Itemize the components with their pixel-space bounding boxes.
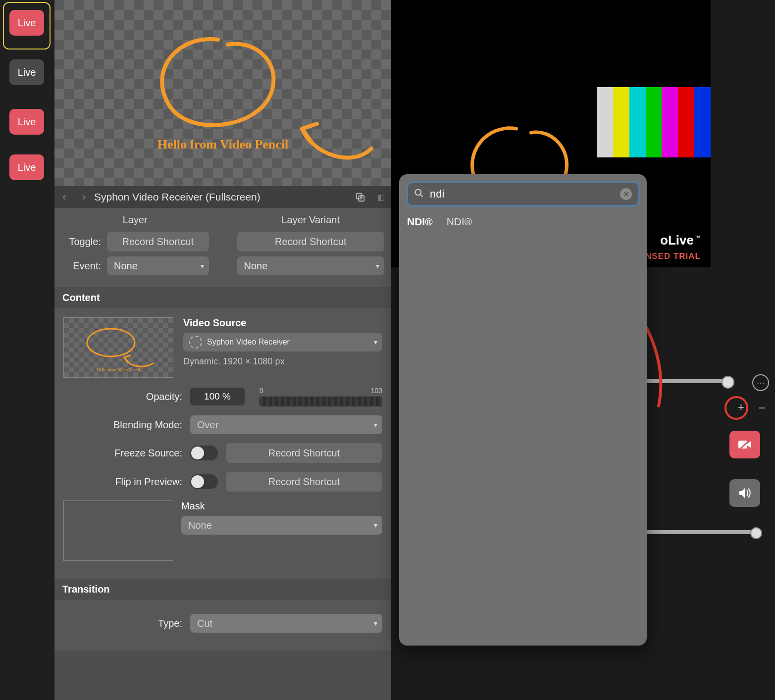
event-dropdown[interactable]: None▾ bbox=[107, 256, 209, 275]
clear-icon[interactable]: ✕ bbox=[620, 188, 632, 200]
layer-preview: Hello from Video Pencil bbox=[54, 0, 391, 186]
svg-text:Hello from Video Pencil: Hello from Video Pencil bbox=[97, 367, 141, 372]
mask-label: Mask bbox=[181, 500, 382, 512]
color-bars bbox=[597, 87, 711, 157]
live-button-1[interactable]: Live bbox=[9, 10, 44, 36]
search-result-1[interactable]: NDI® bbox=[407, 216, 433, 228]
source-icon bbox=[189, 336, 202, 349]
toggle-shortcut-button[interactable]: Record Shortcut bbox=[107, 232, 209, 251]
triggers-body: Layer Toggle: Record Shortcut Event: Non… bbox=[54, 207, 391, 287]
video-source-label: Video Source bbox=[183, 317, 382, 329]
live-button-2[interactable]: Live bbox=[9, 59, 44, 85]
live-label: Live bbox=[18, 67, 36, 78]
chevron-down-icon: ▾ bbox=[374, 421, 377, 429]
mask-thumbnail[interactable] bbox=[63, 500, 173, 561]
chevron-down-icon: ▾ bbox=[376, 262, 379, 270]
layer-header: Layer bbox=[61, 214, 209, 226]
remove-source-button[interactable]: – bbox=[759, 401, 765, 414]
live-sidebar: Live Live Live Live bbox=[0, 0, 53, 700]
variant-event-dropdown[interactable]: None▾ bbox=[237, 256, 385, 275]
inspector-panel: Hello from Video Pencil ‹ › Syphon Video… bbox=[54, 0, 391, 700]
content-body: Hello from Video Pencil Video Source Syp… bbox=[54, 308, 391, 579]
blending-dropdown[interactable]: Over▾ bbox=[190, 415, 382, 434]
opacity-label: Opacity: bbox=[63, 391, 182, 402]
svg-line-7 bbox=[420, 194, 423, 197]
search-field[interactable]: ✕ bbox=[407, 182, 639, 206]
speaker-button[interactable] bbox=[729, 479, 760, 507]
chevron-down-icon: ▾ bbox=[374, 521, 377, 529]
more-icon[interactable]: ⋯ bbox=[752, 374, 769, 391]
mask-dropdown[interactable]: None▾ bbox=[181, 516, 382, 535]
freeze-label: Freeze Source: bbox=[63, 448, 182, 459]
variant-header: Layer Variant bbox=[237, 214, 385, 226]
video-source-dropdown[interactable]: Syphon Video Receiver ▾ bbox=[183, 333, 382, 351]
brand-tag: ENSED TRIAL bbox=[639, 251, 701, 261]
blending-label: Blending Mode: bbox=[63, 419, 182, 431]
live-label: Live bbox=[18, 17, 36, 29]
add-source-button[interactable]: + bbox=[738, 401, 744, 414]
transition-type-dropdown[interactable]: Cut▾ bbox=[190, 614, 382, 633]
forward-icon[interactable]: › bbox=[74, 191, 94, 203]
flip-label: Flip in Preview: bbox=[63, 476, 182, 488]
search-icon bbox=[414, 188, 424, 200]
chevron-down-icon: ▾ bbox=[201, 262, 204, 270]
duplicate-icon[interactable] bbox=[353, 190, 367, 204]
brand-name: oLive™ bbox=[660, 233, 701, 248]
search-result-2[interactable]: NDI® bbox=[447, 216, 472, 228]
section-content: Content bbox=[54, 287, 391, 308]
toggle-label: Toggle: bbox=[61, 236, 101, 248]
transition-type-label: Type: bbox=[63, 618, 182, 629]
freeze-shortcut-button[interactable]: Record Shortcut bbox=[226, 443, 382, 463]
divider bbox=[223, 214, 223, 280]
content-thumbnail[interactable]: Hello from Video Pencil bbox=[63, 317, 173, 378]
event-label: Event: bbox=[61, 260, 101, 272]
chevron-down-icon: ▾ bbox=[374, 619, 377, 627]
chevron-down-icon: ▾ bbox=[374, 338, 377, 346]
preview-text: Hello from Video Pencil bbox=[157, 137, 289, 151]
opacity-slider[interactable] bbox=[259, 397, 382, 406]
live-label: Live bbox=[18, 162, 36, 173]
flip-shortcut-button[interactable]: Record Shortcut bbox=[226, 472, 382, 492]
video-source-meta: Dynamic. 1920 × 1080 px bbox=[183, 356, 382, 367]
breadcrumb-title: Syphon Video Receiver (Fullscreen) bbox=[94, 191, 350, 203]
flip-toggle[interactable] bbox=[190, 474, 218, 489]
svg-point-6 bbox=[415, 189, 421, 195]
svg-point-2 bbox=[87, 329, 135, 356]
live-label: Live bbox=[18, 116, 36, 128]
breadcrumb-bar: ‹ › Syphon Video Receiver (Fullscreen) ◧ bbox=[54, 186, 391, 208]
live-button-4[interactable]: Live bbox=[9, 154, 44, 180]
source-search-popover: ✕ NDI® NDI® bbox=[399, 174, 647, 646]
freeze-toggle[interactable] bbox=[190, 446, 218, 460]
search-input[interactable] bbox=[429, 187, 620, 201]
drag-icon[interactable]: ◧ bbox=[373, 190, 388, 204]
live-button-3[interactable]: Live bbox=[9, 109, 44, 135]
camera-off-button[interactable] bbox=[729, 431, 760, 458]
back-icon[interactable]: ‹ bbox=[54, 191, 74, 203]
section-transition: Transition bbox=[54, 579, 391, 600]
variant-shortcut-button[interactable]: Record Shortcut bbox=[237, 232, 385, 251]
opacity-field[interactable]: 100 % bbox=[190, 388, 245, 405]
